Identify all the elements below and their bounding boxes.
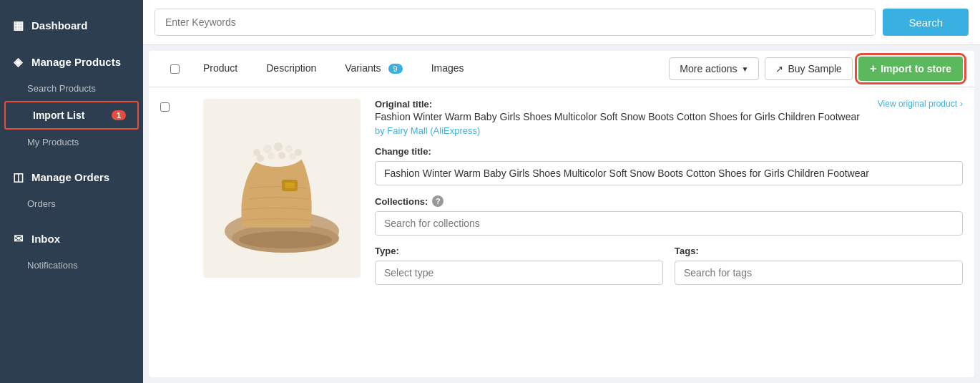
variants-badge: 9 xyxy=(388,64,403,74)
svg-point-7 xyxy=(295,149,302,156)
type-section: Type: xyxy=(375,246,663,285)
change-title-label: Change title: xyxy=(375,146,963,157)
tab-variants[interactable]: Variants 9 xyxy=(330,52,416,85)
arrow-right-icon: › xyxy=(960,99,963,109)
select-all-checkbox-col xyxy=(160,64,189,74)
product-checkbox-col xyxy=(160,99,189,115)
original-title-label: Original title: xyxy=(375,99,860,110)
select-all-checkbox[interactable] xyxy=(170,64,180,74)
tab-images[interactable]: Images xyxy=(417,52,479,85)
top-bar: Search xyxy=(143,0,980,45)
sidebar-item-dashboard[interactable]: ▦ Dashboard xyxy=(0,11,143,39)
main-content: Search Product Description Variants 9 Im… xyxy=(143,0,980,383)
sidebar: ▦ Dashboard ◈ Manage Products Search Pro… xyxy=(0,0,143,383)
seller-name[interactable]: by Fairy Mall (AliExpress) xyxy=(375,125,860,136)
tag-icon: ◈ xyxy=(11,55,24,69)
product-image xyxy=(203,99,361,278)
sidebar-item-inbox[interactable]: ✉ Inbox xyxy=(0,225,143,253)
sidebar-item-import-list[interactable]: Import List 1 xyxy=(4,101,139,130)
action-buttons: More actions ▼ ↗ Buy Sample + Import to … xyxy=(669,51,963,87)
tab-description[interactable]: Description xyxy=(252,52,330,85)
tags-input[interactable] xyxy=(675,261,963,285)
type-tags-row: Type: Tags: xyxy=(375,246,963,285)
sidebar-item-manage-products[interactable]: ◈ Manage Products xyxy=(0,48,143,76)
view-original-product-link[interactable]: View original product › xyxy=(878,99,963,109)
tags-label: Tags: xyxy=(675,246,963,256)
search-input-wrap xyxy=(155,9,876,36)
svg-rect-13 xyxy=(285,183,295,188)
tab-product[interactable]: Product xyxy=(189,52,252,85)
svg-point-8 xyxy=(257,155,264,162)
product-row: Original title: Fashion Winter Warm Baby… xyxy=(149,87,974,296)
svg-point-10 xyxy=(278,152,285,159)
change-title-section: Change title: xyxy=(375,146,963,185)
tabs-row: Product Description Variants 9 Images Mo… xyxy=(149,51,974,87)
sidebar-item-my-products[interactable]: My Products xyxy=(0,130,143,155)
sidebar-item-manage-orders[interactable]: ◫ Manage Orders xyxy=(0,163,143,191)
chevron-down-icon: ▼ xyxy=(741,65,748,73)
help-icon[interactable]: ? xyxy=(432,195,444,207)
more-actions-button[interactable]: More actions ▼ xyxy=(669,57,759,80)
tags-section: Tags: xyxy=(675,246,963,285)
product-title-section: Original title: Fashion Winter Warm Baby… xyxy=(375,99,963,136)
collections-input[interactable] xyxy=(375,211,963,236)
dashboard-icon: ▦ xyxy=(11,19,24,32)
svg-point-11 xyxy=(289,153,296,160)
collections-section: Collections: ? xyxy=(375,195,963,236)
search-input[interactable] xyxy=(155,9,875,35)
svg-point-9 xyxy=(268,152,275,160)
import-to-store-button[interactable]: + Import to store xyxy=(858,57,963,81)
svg-point-6 xyxy=(285,145,293,152)
product-details: Original title: Fashion Winter Warm Baby… xyxy=(375,99,963,285)
svg-point-5 xyxy=(274,142,283,151)
type-label: Type: xyxy=(375,246,663,256)
sidebar-item-orders[interactable]: Orders xyxy=(0,191,143,216)
svg-point-4 xyxy=(263,145,272,153)
sidebar-item-search-products[interactable]: Search Products xyxy=(0,76,143,101)
original-title-text: Fashion Winter Warm Baby Girls Shoes Mul… xyxy=(375,111,860,122)
product-checkbox[interactable] xyxy=(160,102,170,112)
sidebar-item-notifications[interactable]: Notifications xyxy=(0,253,143,278)
search-button[interactable]: Search xyxy=(883,9,969,36)
collections-label: Collections: ? xyxy=(375,195,963,207)
type-input[interactable] xyxy=(375,261,663,285)
content-area: Product Description Variants 9 Images Mo… xyxy=(149,51,974,377)
buy-sample-button[interactable]: ↗ Buy Sample xyxy=(765,57,852,80)
change-title-input[interactable] xyxy=(375,161,963,185)
inbox-icon: ✉ xyxy=(11,232,24,246)
svg-point-14 xyxy=(239,231,332,248)
orders-icon: ◫ xyxy=(11,170,24,184)
external-link-icon: ↗ xyxy=(775,64,783,74)
plus-icon: + xyxy=(870,62,876,75)
